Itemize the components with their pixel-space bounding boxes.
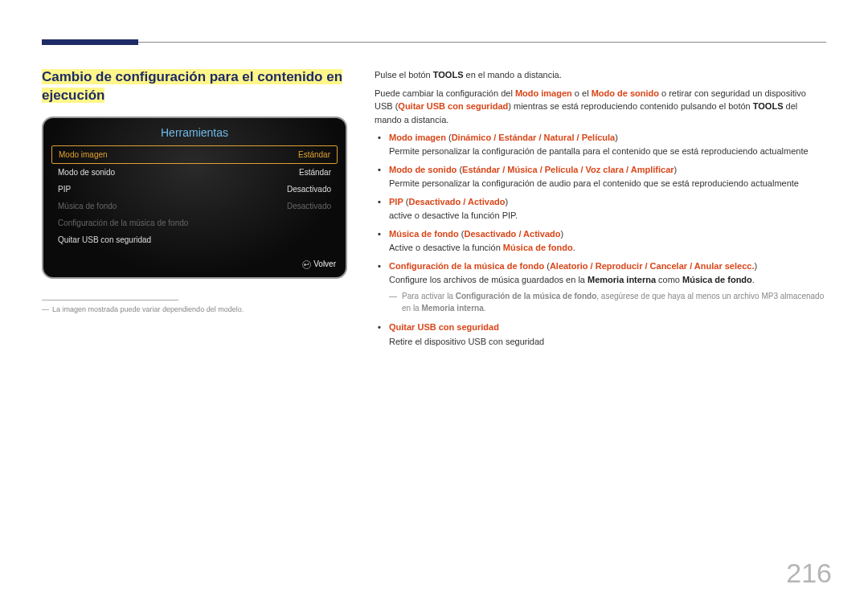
menu-row-modo-sonido[interactable]: Modo de sonido Estándar	[51, 164, 338, 181]
section-heading: Cambio de configuración para el contenid…	[42, 68, 347, 105]
tools-menu-panel: Herramientas Modo imagen Estándar Modo d…	[42, 116, 347, 279]
menu-row-label: PIP	[58, 185, 71, 194]
item-quitar-usb: • Quitar USB con seguridad Retire el dis…	[389, 321, 826, 348]
menu-row-label: Modo de sonido	[58, 168, 115, 177]
item-config-musica: • Configuración de la música de fondo (A…	[389, 260, 826, 314]
menu-row-label: Música de fondo	[58, 202, 117, 210]
menu-row-label: Quitar USB con seguridad	[58, 235, 151, 244]
return-icon: ↩	[302, 260, 311, 269]
menu-row-pip[interactable]: PIP Desactivado	[51, 181, 338, 198]
menu-row-value: Desactivado	[287, 202, 331, 210]
menu-row-value: Estándar	[299, 168, 331, 177]
config-musica-note: Para activar la Configuración de la músi…	[389, 290, 826, 314]
tools-menu-title: Herramientas	[43, 118, 346, 145]
menu-row-quitar-usb[interactable]: Quitar USB con seguridad	[51, 231, 338, 248]
tools-menu-footer: ↩Volver	[43, 253, 346, 277]
footnote-rule	[42, 300, 178, 300]
intro-line-2: Puede cambiar la configuración del Modo …	[375, 87, 826, 127]
item-modo-sonido: • Modo de sonido (Estándar / Música / Pe…	[389, 163, 826, 190]
intro-line-1: Pulse el botón TOOLS en el mando a dista…	[375, 68, 826, 82]
return-label: Volver	[313, 260, 336, 268]
header-rule	[42, 42, 826, 43]
menu-row-musica-fondo: Música de fondo Desactivado	[51, 198, 338, 215]
menu-row-label: Configuración de la música de fondo	[58, 219, 188, 227]
menu-row-modo-imagen[interactable]: Modo imagen Estándar	[51, 145, 338, 164]
item-musica-fondo: • Música de fondo (Desactivado / Activad…	[389, 227, 826, 255]
menu-row-value: Estándar	[298, 150, 330, 159]
description-text: Pulse el botón TOOLS en el mando a dista…	[375, 68, 826, 353]
image-disclaimer: ―La imagen mostrada puede variar dependi…	[42, 305, 347, 313]
menu-row-value: Desactivado	[287, 185, 331, 194]
menu-row-config-musica: Configuración de la música de fondo	[51, 215, 338, 231]
page-number: 216	[786, 558, 832, 589]
menu-row-label: Modo imagen	[59, 150, 108, 159]
item-modo-imagen: • Modo imagen (Dinámico / Estándar / Nat…	[389, 131, 826, 158]
item-pip: • PIP (Desactivado / Activado) active o …	[389, 195, 826, 223]
